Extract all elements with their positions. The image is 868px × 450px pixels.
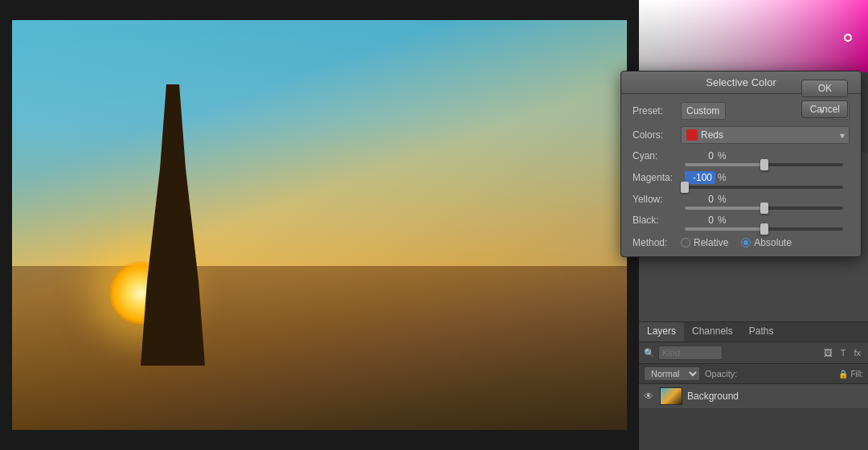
- layer-row-background[interactable]: 👁 Background: [639, 384, 868, 409]
- method-absolute-label[interactable]: Absolute: [741, 237, 792, 248]
- tab-paths[interactable]: Paths: [741, 322, 782, 342]
- colors-dropdown-arrow: ▾: [840, 131, 844, 140]
- method-relative-text: Relative: [694, 237, 728, 248]
- cyan-slider-track[interactable]: [685, 163, 843, 166]
- black-slider-thumb[interactable]: [760, 223, 768, 235]
- magenta-slider-thumb[interactable]: [681, 182, 689, 193]
- layers-panel: Layers Channels Paths 🔍 🖼 T fx Normal Op…: [639, 321, 868, 450]
- yellow-pct: %: [718, 194, 727, 205]
- magenta-slider-track-row: [633, 186, 850, 189]
- layers-search-input[interactable]: [658, 346, 723, 360]
- black-group: Black: 0 %: [633, 215, 850, 231]
- preset-select[interactable]: Custom: [681, 102, 726, 120]
- magenta-row: Magenta: -100 %: [633, 171, 850, 184]
- preset-row: Preset: Custom ⚙: [633, 102, 850, 120]
- black-label: Black:: [633, 215, 685, 226]
- layers-search: 🔍 🖼 T fx: [639, 342, 868, 364]
- magenta-pct: %: [718, 172, 727, 183]
- yellow-slider-thumb[interactable]: [760, 202, 768, 214]
- black-row: Black: 0 %: [633, 215, 850, 226]
- color-picker-dark: [639, 0, 868, 72]
- yellow-slider-track-row: [633, 207, 850, 210]
- cyan-label: Cyan:: [633, 150, 685, 162]
- blend-mode-select[interactable]: Normal: [644, 366, 700, 381]
- selective-color-dialog: Selective Color OK Cancel ✓ Preview Pres…: [620, 71, 862, 257]
- colors-label: Colors:: [633, 129, 681, 141]
- cyan-value: 0: [685, 150, 715, 162]
- method-absolute-radio[interactable]: [741, 238, 751, 248]
- layers-tabs: Layers Channels Paths: [639, 322, 868, 342]
- layers-icons: 🖼 T fx: [821, 347, 863, 358]
- canvas-image: [12, 20, 627, 430]
- layer-icon-image[interactable]: 🖼: [821, 347, 835, 358]
- cyan-pct: %: [718, 150, 727, 162]
- colors-select-display[interactable]: Reds ▾: [681, 126, 850, 144]
- preset-label: Preset:: [633, 105, 681, 117]
- method-relative-radio[interactable]: [681, 238, 690, 248]
- sky-overlay: [12, 20, 627, 266]
- color-picker-area[interactable]: [639, 0, 868, 72]
- black-slider-track-row: [633, 227, 850, 231]
- yellow-row: Yellow: 0 %: [633, 194, 850, 205]
- dialog-body: Preset: Custom ⚙ Colors: Reds ▾ Cyan: [621, 94, 861, 256]
- ground-overlay: [12, 266, 627, 430]
- cyan-slider-fill: [685, 163, 764, 166]
- magenta-slider-track[interactable]: [685, 186, 843, 189]
- yellow-label: Yellow:: [633, 194, 685, 205]
- colors-value: Reds: [701, 129, 840, 141]
- preset-select-wrapper: Custom: [681, 102, 829, 120]
- color-picker-dot[interactable]: [844, 34, 852, 42]
- fill-label: Fill:: [850, 370, 863, 378]
- magenta-group: Magenta: -100 %: [633, 171, 850, 189]
- colors-row: Colors: Reds ▾: [633, 126, 850, 144]
- layer-thumbnail: [660, 387, 682, 405]
- colors-select-wrapper: Reds ▾: [681, 126, 850, 144]
- black-pct: %: [718, 215, 727, 226]
- cyan-row: Cyan: 0 %: [633, 150, 850, 162]
- magenta-value[interactable]: -100: [685, 171, 715, 184]
- search-icon: 🔍: [644, 348, 655, 358]
- method-row: Method: Relative Absolute: [633, 237, 850, 248]
- cyan-slider-track-row: [633, 163, 850, 166]
- black-slider-fill: [685, 227, 764, 231]
- method-label: Method:: [633, 237, 681, 248]
- opacity-label: Opacity:: [705, 369, 737, 378]
- ok-button[interactable]: OK: [801, 80, 848, 97]
- cyan-slider-thumb[interactable]: [760, 159, 768, 170]
- canvas-area: [0, 0, 639, 450]
- layer-name: Background: [687, 391, 739, 402]
- cyan-group: Cyan: 0 %: [633, 150, 850, 166]
- yellow-slider-fill: [685, 207, 764, 210]
- tab-channels[interactable]: Channels: [684, 322, 741, 342]
- layer-visibility-eye[interactable]: 👁: [644, 391, 655, 402]
- magenta-label: Magenta:: [633, 172, 685, 183]
- yellow-slider-track[interactable]: [685, 207, 843, 210]
- black-slider-track[interactable]: [685, 227, 843, 231]
- yellow-value: 0: [685, 194, 715, 205]
- black-value: 0: [685, 215, 715, 226]
- color-swatch-red: [686, 129, 698, 141]
- lock-icon[interactable]: 🔒: [838, 370, 848, 378]
- method-relative-label[interactable]: Relative: [681, 237, 728, 248]
- method-absolute-text: Absolute: [754, 237, 792, 248]
- yellow-group: Yellow: 0 %: [633, 194, 850, 210]
- layer-icon-fx[interactable]: fx: [851, 347, 863, 358]
- layers-options: Normal Opacity: 🔒 Fill:: [639, 364, 868, 384]
- layer-icon-adjust[interactable]: T: [838, 347, 849, 358]
- lock-icons: 🔒 Fill:: [838, 370, 863, 378]
- tab-layers[interactable]: Layers: [639, 322, 684, 342]
